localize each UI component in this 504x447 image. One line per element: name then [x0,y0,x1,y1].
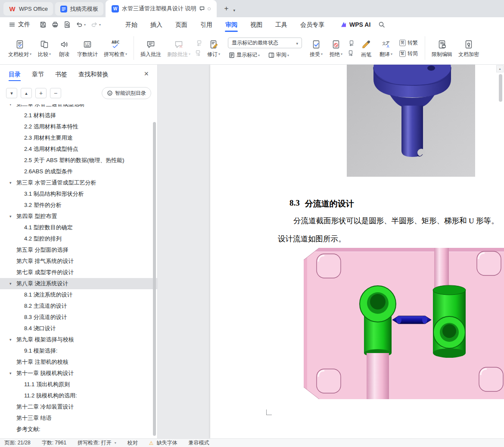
tab-wps-home[interactable]: WPS Office [3,2,53,16]
page-indicator[interactable]: 页面: 21/28 [4,439,31,447]
tab-chapters[interactable]: 章节 [32,65,44,84]
menu-insert[interactable]: 插入 [144,17,169,32]
menu-start[interactable]: 开始 [119,17,144,32]
word-count-button[interactable]: 123 字数统计 [74,38,101,59]
outline-item[interactable]: 3.2 塑件的分析 [0,200,157,211]
menu-tools[interactable]: 工具 [269,17,294,32]
outline-item[interactable]: 第十三章 结语 [0,413,157,424]
caret-down-icon[interactable] [9,211,12,222]
delete-comment-button[interactable]: 删除批注 [164,38,193,59]
encrypt-button[interactable]: 文档加密 [455,38,482,59]
show-markup-button[interactable]: 显示标记 [229,51,260,59]
outline-item[interactable]: 3.1 制品结构和形状分析 [0,188,157,200]
outline-item[interactable]: 2.6ABS 的成型条件 [0,166,157,177]
outline-item[interactable]: 4.1 型腔数目的确定 [0,222,157,233]
menu-membership[interactable]: 会员专享 [294,17,331,32]
doc-proof-button[interactable]: 文档校对 [5,38,34,59]
outline-item[interactable]: 第十二章 冷却装置设计 [0,401,157,413]
outline-item[interactable]: 8.1 浇注系统的设计 [0,289,157,300]
to-simplified-button[interactable]: 繁 转简 [399,50,418,57]
menu-view[interactable]: 视图 [244,17,269,32]
caret-down-icon[interactable] [9,104,12,110]
save-button[interactable] [38,19,48,30]
smart-catalog-button[interactable]: 智能识别目录 [102,87,151,99]
spellcheck-toggle[interactable]: 拼写检查: 打开 [78,439,116,447]
tab-template-doc[interactable]: 找稿壳模板 [55,2,103,16]
to-traditional-button[interactable]: 简 转繁 [399,39,418,47]
tab-list-chevron-icon[interactable] [233,8,236,13]
caret-down-icon[interactable] [9,177,12,188]
tab-bookmarks[interactable]: 书签 [55,65,67,84]
translate-button[interactable]: 文A 翻译 [376,38,396,59]
outline-item[interactable]: 11.1 顶出机构原则 [0,379,157,390]
menu-reference[interactable]: 引用 [194,17,219,32]
display-state-dropdown[interactable]: 显示标记的最终状态 [228,38,302,48]
previous-comment-button[interactable] [195,40,202,47]
next-comment-button[interactable] [195,50,202,56]
outline-item[interactable]: 4.2 型腔的排列 [0,233,157,244]
outline-item[interactable]: 第六章 排气系统的设计 [0,256,157,267]
caret-down-icon[interactable] [9,334,12,345]
outline-item[interactable]: 2.2 选用材料基本特性 [0,121,157,132]
caret-down-icon[interactable] [9,278,12,289]
scroll-up-button[interactable] [496,65,504,72]
outline-item[interactable]: 8.2 主流道的设计 [0,300,157,312]
word-count-indicator[interactable]: 字数: 7961 [42,439,66,447]
read-aloud-button[interactable]: 朗读 [54,38,74,59]
close-sidebar-icon[interactable] [144,69,149,78]
expand-all-button[interactable] [6,88,17,98]
next-change-button[interactable] [348,50,355,56]
undo-button[interactable] [74,19,87,30]
search-button[interactable] [376,19,387,30]
outline-item[interactable]: 第十章 注塑机的校核 [0,356,157,368]
outline-item[interactable]: 9.1 模架选择: [0,345,157,356]
tab-current-document[interactable]: 水管三通管注塑模具设计 说明 [106,0,217,17]
outline-item[interactable]: 第四章 型腔布置 [0,211,157,222]
proofread-button[interactable]: 校对 [128,439,138,447]
reject-button[interactable]: 拒绝 [326,38,346,59]
track-changes-button[interactable]: 修订 [204,38,224,59]
collapse-all-button[interactable] [21,88,32,98]
caret-down-icon[interactable] [9,368,12,379]
restrict-edit-button[interactable]: 限制编辑 [429,38,455,59]
outline-item[interactable]: 11.2 脱模机构的选用: [0,390,157,401]
review-pane-button[interactable]: 审阅 [267,51,289,59]
outline-item[interactable]: 第七章 成型零件的设计 [0,267,157,278]
outline-item[interactable]: 第十一章 脱模机构设计 [0,368,157,379]
sidebar-scrollbar[interactable] [153,122,156,436]
menu-review[interactable]: 审阅 [219,17,244,32]
accept-button[interactable]: 接受 [306,38,326,59]
outline-item[interactable]: 第八章 浇注系统设计 [0,278,157,289]
outline-item[interactable]: 参考文献: [0,424,157,435]
outline-item[interactable]: 第九章 模架选择与校核 [0,334,157,345]
tab-status-dot[interactable] [208,7,211,10]
insert-comment-button[interactable]: 插入批注 [137,38,164,59]
tab-find-replace[interactable]: 查找和替换 [78,65,109,84]
zoom-in-outline-button[interactable] [35,88,47,98]
outline-item[interactable]: 第三章 水管三通管成型工艺分析 [0,177,157,188]
menu-page[interactable]: 页面 [169,17,194,32]
vertical-scrollbar[interactable] [499,74,502,102]
outline-item[interactable]: 第五章 分型面的选择 [0,244,157,256]
outline-item[interactable]: 第二章 水管三通管成型选材 [0,104,157,110]
outline-item[interactable]: 2.5 关于 ABS 塑料的数据(物理、热性能) [0,155,157,166]
outline-item[interactable]: 8.4 浇口设计 [0,323,157,334]
redo-button[interactable] [89,19,103,30]
wps-ai-button[interactable]: WPS AI [340,21,370,28]
compat-mode-indicator[interactable]: 兼容模式 [189,439,209,447]
outline-item[interactable]: 2.3 用材料主要用途 [0,132,157,144]
print-preview-button[interactable] [62,19,72,30]
previous-change-button[interactable] [348,40,355,47]
spell-check-button[interactable]: ABC 拼写检查 [101,38,130,59]
brush-button[interactable]: 画笔 [356,37,376,59]
file-menu-button[interactable]: 文件 [5,21,34,28]
compare-button[interactable]: 比较 [34,38,54,59]
document-page[interactable]: 8.3 分流道的设计 分流道截面形状可以是圆形、半圆形、矩形、梯形和 U 形等。… [210,65,504,438]
new-tab-button[interactable] [221,3,232,14]
outline-item[interactable]: 2.4 选用材料成型特点 [0,144,157,155]
outline-item[interactable]: 8.3 分流道的设计 [0,312,157,323]
tab-catalog[interactable]: 目录 [9,65,21,84]
print-button[interactable] [50,19,60,30]
missing-font-warning[interactable]: 缺失字体 [149,439,177,447]
zoom-out-outline-button[interactable] [50,88,61,98]
